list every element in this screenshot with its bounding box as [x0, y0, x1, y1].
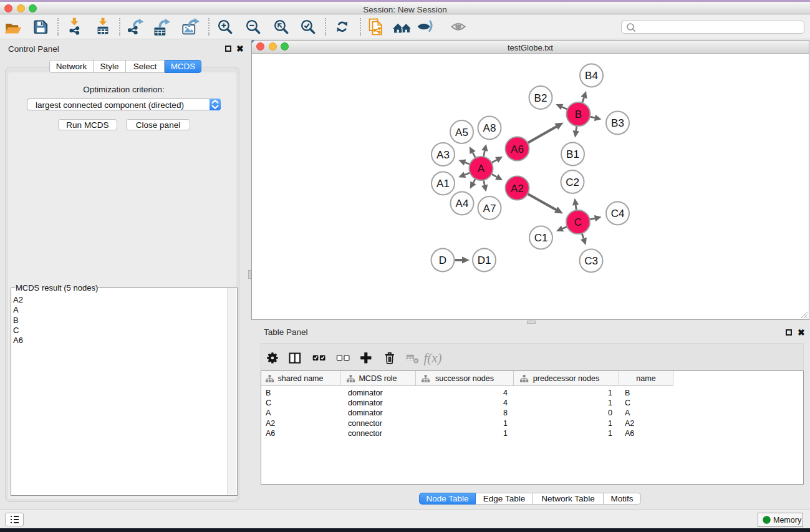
svg-text:C2: C2	[566, 177, 579, 188]
svg-text:A2: A2	[511, 183, 524, 195]
svg-text:A: A	[478, 163, 485, 175]
svg-text:B2: B2	[534, 92, 547, 104]
svg-text:C: C	[574, 216, 582, 228]
svg-text:C3: C3	[584, 255, 598, 267]
svg-text:C1: C1	[534, 232, 548, 244]
svg-text:A4: A4	[456, 198, 469, 210]
svg-text:C4: C4	[611, 208, 625, 220]
svg-text:B4: B4	[585, 70, 598, 82]
svg-text:A5: A5	[455, 127, 468, 138]
svg-text:A8: A8	[483, 122, 496, 134]
svg-text:B1: B1	[566, 148, 579, 160]
svg-text:A1: A1	[436, 178, 450, 190]
svg-text:D1: D1	[478, 254, 491, 266]
svg-text:B3: B3	[611, 117, 624, 129]
svg-text:f(x): f(x)	[423, 351, 441, 365]
svg-text:B: B	[575, 109, 582, 120]
svg-text:A6: A6	[511, 143, 524, 155]
svg-text:A3: A3	[436, 149, 450, 161]
svg-text:A7: A7	[483, 203, 496, 215]
svg-text:D: D	[439, 254, 446, 266]
